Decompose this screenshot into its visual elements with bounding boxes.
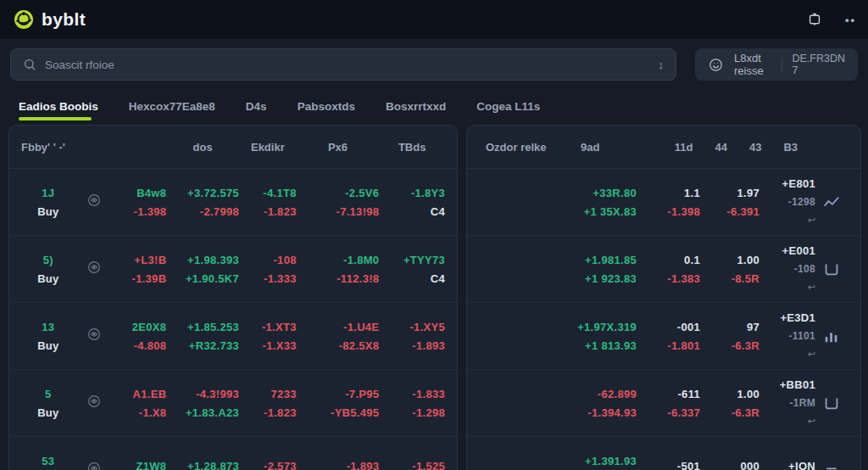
value-bottom: -1.398 <box>637 206 700 217</box>
value-top: -4.3!993 <box>166 389 239 400</box>
value-top: -1.525 <box>379 461 445 470</box>
value-top: +3.72.575 <box>166 187 239 199</box>
value-top: A1.EB <box>113 389 167 400</box>
value-bottom: -108 <box>760 264 815 274</box>
bracket-icon[interactable] <box>822 394 841 412</box>
bybit-logo[interactable]: byblt <box>14 9 86 30</box>
tab-0[interactable]: Eadios Boobis <box>19 89 98 123</box>
eye-icon[interactable] <box>86 260 102 275</box>
bybit-logo-icon <box>14 9 34 30</box>
value-cell: -1.833-1.298 <box>379 389 445 418</box>
bracket-icon[interactable] <box>822 260 841 278</box>
value-cell: -7.P95-YB5.495 <box>297 389 380 418</box>
value-cell: +E801-1298↩ <box>760 178 815 226</box>
value-top: +TYY73 <box>379 255 445 266</box>
tab-4[interactable]: Bosxrrtxxd <box>386 89 446 123</box>
value-bottom: +1 923.83 <box>506 273 637 284</box>
version-pill[interactable]: L8xdt reisse DE.FR3DN 7 <box>695 48 858 81</box>
tab-2[interactable]: D4s <box>246 89 267 123</box>
value-bottom: -1.801 <box>637 340 700 351</box>
value-bottom: +1 35X.83 <box>506 206 637 217</box>
value-top: -4.1T8 <box>239 187 297 199</box>
menu-icon[interactable] <box>823 462 840 470</box>
value-cell: -1.U4E-82.5X8 <box>297 322 380 351</box>
side-value: Buy <box>21 407 75 418</box>
table-row[interactable]: 1JBuyB4w8-1.398+3.72.575-2.7998-4.1T8-1.… <box>9 169 457 236</box>
value-top: -108 <box>239 255 297 266</box>
value-cell: -501 <box>637 461 700 470</box>
value-bottom: -YB5.495 <box>297 407 380 418</box>
value-top: 7233 <box>239 389 297 400</box>
search-icon <box>23 58 36 71</box>
column-header: B3 <box>783 141 798 154</box>
qty-value: 5 <box>21 389 75 400</box>
value-bottom: -1RM <box>760 398 815 408</box>
value-cell: 7233-1.823 <box>239 389 297 418</box>
search-row: ↕ L8xdt reisse DE.FR3DN 7 <box>0 39 868 89</box>
table-row[interactable]: +1.97X.319+1 813.93-001-1.80197-6.3R+E3D… <box>467 303 860 370</box>
column-header: Ekdikr <box>239 141 297 154</box>
side-cell: 1JBuy <box>21 187 75 217</box>
row-action <box>815 394 847 412</box>
value-bottom: C4 <box>379 206 445 217</box>
table-row[interactable]: 13Buy2E0X8-4.808+1.85.253+R32.733-1.XT3-… <box>9 303 457 370</box>
value-bottom: -1.X8 <box>113 407 167 418</box>
tab-1[interactable]: Hexcox77Ea8e8 <box>129 89 215 123</box>
table-row[interactable]: 5)Buy+L3!B-1.39B+1.98.393+1.90.5K7-108-1… <box>9 236 457 303</box>
column-header: 43 <box>749 141 761 154</box>
value-bottom: -1.298 <box>379 407 445 418</box>
column-header: 44 <box>715 141 726 154</box>
notifications-icon[interactable] <box>806 11 823 28</box>
value-top: +E801 <box>760 178 815 189</box>
eye-icon[interactable] <box>86 327 102 342</box>
search-box[interactable]: ↕ <box>10 48 676 81</box>
sort-toggle-icon[interactable]: ↕ <box>659 59 665 71</box>
value-top: -1.XT3 <box>239 322 297 333</box>
value-bottom: -4.808 <box>113 340 167 351</box>
value-cell: +3.72.575-2.7998 <box>166 187 239 217</box>
bybit-app: byblt •• ↕ <box>0 0 868 470</box>
value-cell: +1.981.85+1 923.83 <box>506 255 637 284</box>
value-bottom: -1.383 <box>637 273 700 284</box>
value-bottom: -1.X33 <box>239 340 297 351</box>
table-row[interactable]: 5BuyA1.EB-1.X8-4.3!993+1.83.A237233-1.82… <box>9 370 457 437</box>
value-top: 2E0X8 <box>113 322 167 333</box>
value-cell: B4w8-1.398 <box>113 187 167 217</box>
value-top: -1.833 <box>379 389 445 400</box>
value-top: +1.391.93 <box>506 456 637 467</box>
more-menu-icon[interactable]: •• <box>845 14 856 26</box>
value-cell: -1.XY5-1.893 <box>379 322 445 351</box>
table-row[interactable]: +33R.80+1 35X.831.1-1.3981.97-6.391+E801… <box>467 169 860 236</box>
table-row[interactable]: -62.899-1.394.93-611-6.3371.00-6.3R+BB01… <box>467 370 860 437</box>
search-input[interactable] <box>45 59 650 71</box>
table-row[interactable]: +1.391.93+1.32.93-501000+ION <box>467 437 860 470</box>
side-cell: 5)Buy <box>21 255 75 284</box>
table-row[interactable]: +1.981.85+1 923.830.1-1.3831.00-8.5R+E00… <box>467 236 860 303</box>
tab-3[interactable]: Pabsoxtds <box>298 89 355 123</box>
value-bottom: -2.7998 <box>166 206 239 217</box>
table-row[interactable]: 53BuyZ1W8+1.28.873-2.573-1.893-1.525 <box>9 437 457 470</box>
eye-icon[interactable] <box>86 193 102 208</box>
qty-value: 5) <box>21 255 75 266</box>
side-value: Buy <box>21 340 75 351</box>
release-icon <box>708 57 724 73</box>
eye-cell <box>75 193 113 211</box>
value-top: -611 <box>637 389 700 400</box>
column-header: dos <box>166 141 239 154</box>
eye-icon[interactable] <box>86 394 102 409</box>
value-top: +1.981.85 <box>506 255 637 266</box>
bar-chart-icon[interactable] <box>822 327 841 345</box>
orders-table-body: +33R.80+1 35X.831.1-1.3981.97-6.391+E801… <box>467 169 860 470</box>
value-cell: -1.8M0-112.3!8 <box>297 255 380 284</box>
row-action <box>815 193 847 211</box>
eye-cell <box>75 394 113 412</box>
line-chart-icon[interactable] <box>822 193 841 211</box>
eye-icon[interactable] <box>86 461 102 470</box>
value-top: 97 <box>700 322 760 333</box>
tab-5[interactable]: Cogea L11s <box>476 89 540 123</box>
value-bottom: -1.823 <box>239 407 297 418</box>
side-cell: 53Buy <box>21 456 75 470</box>
value-top: 000 <box>700 461 760 470</box>
bots-table-panel: Fbby' ' -' dos Ekdikr Px6 TBds 1JBuyB4w8… <box>8 125 458 470</box>
value-top: +E3D1 <box>760 312 815 323</box>
